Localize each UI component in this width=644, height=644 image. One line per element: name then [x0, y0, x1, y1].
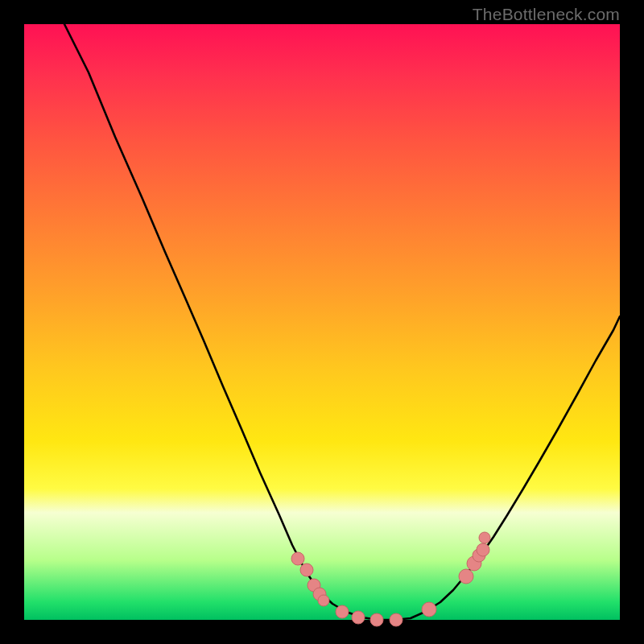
attribution-label: TheBottleneck.com — [473, 5, 620, 24]
curve-marker — [390, 613, 402, 626]
curve-markers — [291, 532, 490, 626]
curve-marker — [459, 569, 473, 584]
curve-marker — [300, 564, 313, 576]
plot-area — [24, 24, 620, 620]
curve-marker — [422, 602, 436, 617]
curve-marker — [318, 595, 329, 606]
curve-marker — [336, 605, 349, 618]
curve-marker — [352, 611, 365, 624]
curve-marker — [477, 543, 489, 556]
chart-svg — [24, 24, 620, 620]
bottleneck-curve — [64, 24, 620, 620]
curve-marker — [479, 532, 490, 543]
curve-marker — [291, 552, 304, 565]
chart-frame: TheBottleneck.com — [0, 0, 644, 644]
curve-marker — [370, 613, 383, 626]
